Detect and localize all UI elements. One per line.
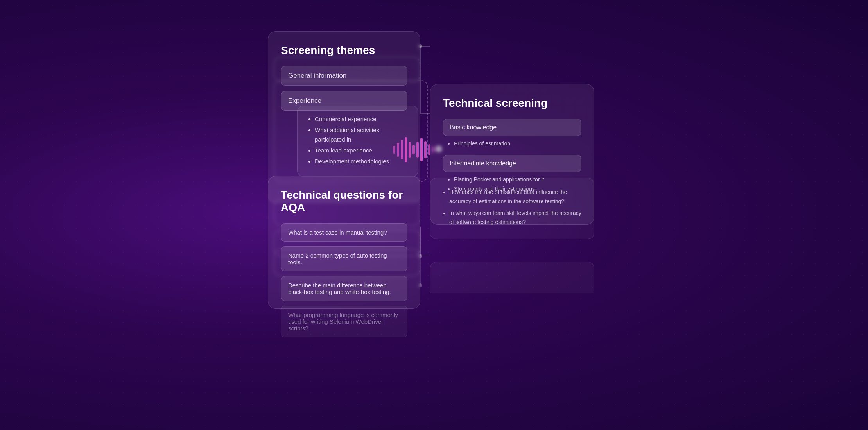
svg-rect-16 [420,138,423,161]
technical-questions-aqa-card: Technical questions for AQA What is a te… [268,176,420,309]
basic-knowledge-header: Basic knowledge [443,119,581,136]
extended-question-1: How does the use of historical data infl… [449,188,583,206]
basic-knowledge-item-1: Principles of estimation [454,139,581,149]
extended-questions-card: How does the use of historical data infl… [430,178,594,239]
experience-item-1: Commercial experience [315,115,408,124]
technical-screening-title: Technical screening [443,97,581,109]
svg-rect-12 [405,137,407,162]
svg-rect-9 [393,146,395,154]
aqa-question-2[interactable]: Name 2 common types of auto testing tool… [281,246,407,271]
general-information-item[interactable]: General information [281,66,407,86]
svg-rect-15 [416,142,419,158]
svg-rect-14 [412,145,415,154]
aqa-question-3[interactable]: Describe the main difference between bla… [281,276,407,301]
svg-rect-13 [409,142,411,158]
basic-knowledge-list: Principles of estimation [443,139,581,149]
svg-rect-11 [401,140,403,159]
svg-rect-17 [424,141,427,158]
aqa-question-4[interactable]: What programming language is commonly us… [281,306,407,337]
intermediate-knowledge-header: Intermediate knowledge [443,155,581,172]
svg-rect-10 [397,143,399,157]
extended-questions-list: How does the use of historical data infl… [441,188,583,227]
screening-themes-title: Screening themes [281,44,407,57]
aqa-card-title: Technical questions for AQA [281,189,407,214]
aqa-question-1[interactable]: What is a test case in manual testing? [281,223,407,242]
basic-knowledge-section: Basic knowledge Principles of estimation [443,119,581,149]
bottom-partial-card [430,262,594,293]
extended-question-2: In what ways can team skill levels impac… [449,209,583,228]
